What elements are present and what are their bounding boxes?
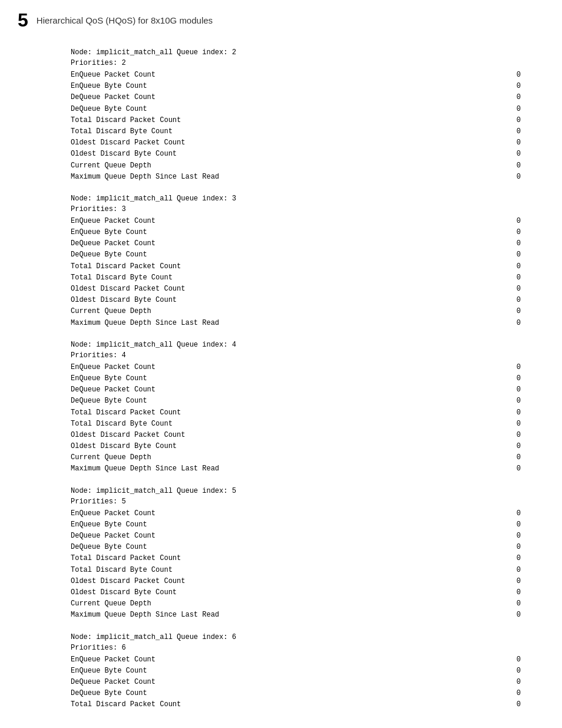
stat-value: 0: [515, 104, 527, 115]
stat-row: DeQueue Packet Count0: [71, 384, 527, 396]
node-block-3: Node: implicit_match_all Queue index: 5P…: [71, 486, 527, 621]
stat-row: Maximum Queue Depth Since Last Read0: [71, 463, 527, 475]
stat-label: DeQueue Packet Count: [71, 531, 156, 542]
page-header: 5 Hierarchical QoS (HQoS) for 8x10G modu…: [0, 0, 562, 35]
stat-label: EnQueue Packet Count: [71, 216, 156, 227]
stat-row: Total Discard Byte Count0: [71, 272, 527, 284]
stat-row: Maximum Queue Depth Since Last Read0: [71, 610, 527, 621]
stat-value: 0: [515, 318, 527, 329]
stat-row: EnQueue Byte Count0: [71, 373, 527, 384]
stat-label: DeQueue Packet Count: [71, 238, 156, 249]
stat-row: Total Discard Packet Count0: [71, 699, 527, 710]
stat-label: DeQueue Packet Count: [71, 92, 156, 103]
stat-row: Current Queue Depth0: [71, 306, 527, 317]
stat-value: 0: [515, 172, 527, 183]
stat-value: 0: [515, 441, 527, 452]
stat-label: EnQueue Byte Count: [71, 519, 147, 531]
stat-value: 0: [515, 452, 527, 463]
stat-row: EnQueue Packet Count0: [71, 362, 527, 373]
stat-value: 0: [515, 677, 527, 688]
stat-label: EnQueue Packet Count: [71, 70, 156, 81]
stat-row: DeQueue Packet Count0: [71, 92, 527, 103]
stat-row: DeQueue Byte Count0: [71, 104, 527, 115]
stat-label: Total Discard Packet Count: [71, 553, 181, 564]
stat-label: Total Discard Packet Count: [71, 115, 181, 126]
stat-value: 0: [515, 295, 527, 306]
stat-value: 0: [515, 384, 527, 396]
stat-value: 0: [515, 149, 527, 160]
stat-row: EnQueue Packet Count0: [71, 216, 527, 227]
stat-row: Current Queue Depth0: [71, 452, 527, 463]
stat-label: Maximum Queue Depth Since Last Read: [71, 610, 219, 621]
stat-row: Oldest Discard Packet Count0: [71, 430, 527, 441]
node-header-line-3: Node: implicit_match_all Queue index: 5: [71, 486, 527, 496]
stat-row: DeQueue Byte Count0: [71, 396, 527, 407]
stat-label: DeQueue Byte Count: [71, 542, 147, 553]
stat-value: 0: [515, 610, 527, 621]
stat-row: Total Discard Packet Count0: [71, 261, 527, 272]
stat-row: DeQueue Byte Count0: [71, 542, 527, 553]
stat-value: 0: [515, 160, 527, 172]
stat-label: Oldest Discard Packet Count: [71, 576, 185, 587]
stat-row: DeQueue Byte Count0: [71, 688, 527, 699]
stat-value: 0: [515, 137, 527, 149]
stat-row: Total Discard Byte Count0: [71, 419, 527, 430]
stat-row: Maximum Queue Depth Since Last Read0: [71, 172, 527, 183]
stat-label: EnQueue Byte Count: [71, 227, 147, 238]
stat-value: 0: [515, 396, 527, 407]
priorities-line-1: Priorities: 3: [71, 204, 527, 215]
stat-label: EnQueue Byte Count: [71, 666, 147, 677]
stat-value: 0: [515, 419, 527, 430]
stat-label: Total Discard Packet Count: [71, 261, 181, 272]
stat-row: Oldest Discard Packet Count0: [71, 137, 527, 149]
stat-value: 0: [515, 373, 527, 384]
priorities-line-0: Priorities: 2: [71, 58, 527, 68]
stat-label: EnQueue Byte Count: [71, 373, 147, 384]
stat-row: EnQueue Byte Count0: [71, 227, 527, 238]
node-header-line-2: Node: implicit_match_all Queue index: 4: [71, 340, 527, 350]
node-block-4: Node: implicit_match_all Queue index: 6P…: [71, 632, 527, 711]
stat-row: Oldest Discard Byte Count0: [71, 441, 527, 452]
stat-row: DeQueue Packet Count0: [71, 677, 527, 688]
stat-label: Current Queue Depth: [71, 306, 151, 317]
stat-row: EnQueue Byte Count0: [71, 519, 527, 531]
stat-label: Oldest Discard Packet Count: [71, 137, 185, 149]
chapter-title: Hierarchical QoS (HQoS) for 8x10G module…: [37, 15, 213, 25]
stat-row: DeQueue Packet Count0: [71, 531, 527, 542]
stat-label: DeQueue Packet Count: [71, 677, 156, 688]
stat-label: Oldest Discard Packet Count: [71, 284, 185, 295]
stat-value: 0: [515, 542, 527, 553]
stat-value: 0: [515, 227, 527, 238]
stat-value: 0: [515, 92, 527, 103]
stat-value: 0: [515, 70, 527, 81]
stat-label: Current Queue Depth: [71, 160, 151, 172]
stat-value: 0: [515, 261, 527, 272]
stat-label: DeQueue Byte Count: [71, 396, 147, 407]
stat-row: Oldest Discard Byte Count0: [71, 587, 527, 598]
stat-row: DeQueue Packet Count0: [71, 238, 527, 249]
chapter-number: 5: [18, 11, 28, 29]
stat-label: DeQueue Byte Count: [71, 688, 147, 699]
stat-label: EnQueue Byte Count: [71, 81, 147, 92]
stat-value: 0: [515, 565, 527, 576]
stat-row: Oldest Discard Byte Count0: [71, 295, 527, 306]
stat-row: EnQueue Packet Count0: [71, 654, 527, 666]
stat-row: Current Queue Depth0: [71, 598, 527, 610]
stat-value: 0: [515, 666, 527, 677]
stat-row: EnQueue Byte Count0: [71, 81, 527, 92]
stat-value: 0: [515, 216, 527, 227]
stat-label: DeQueue Packet Count: [71, 384, 156, 396]
stat-value: 0: [515, 407, 527, 419]
stat-row: Maximum Queue Depth Since Last Read0: [71, 318, 527, 329]
stat-value: 0: [515, 115, 527, 126]
stat-label: Oldest Discard Byte Count: [71, 149, 177, 160]
priorities-line-3: Priorities: 5: [71, 496, 527, 507]
stat-value: 0: [515, 284, 527, 295]
stat-row: Current Queue Depth0: [71, 160, 527, 172]
stat-label: Total Discard Byte Count: [71, 565, 173, 576]
stat-value: 0: [515, 463, 527, 475]
stat-label: Total Discard Byte Count: [71, 272, 173, 284]
stat-value: 0: [515, 531, 527, 542]
stat-value: 0: [515, 553, 527, 564]
stat-value: 0: [515, 587, 527, 598]
